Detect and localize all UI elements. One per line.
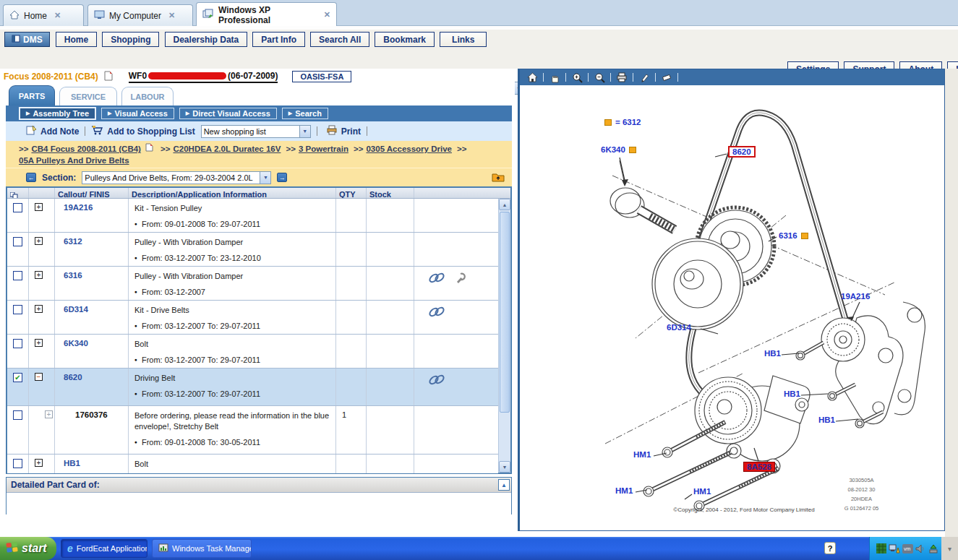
diagram-callout[interactable]: 8A528	[743, 462, 775, 472]
diagram-callout[interactable]: 19A216	[841, 292, 870, 301]
vmware-icon[interactable]: vm	[902, 543, 913, 554]
section-select[interactable]: Pulleys And Drive Belts, From: 29-03-200…	[82, 171, 271, 184]
assembly-tree-button[interactable]: Assembly Tree	[19, 107, 96, 120]
visual-access-button[interactable]: Visual Access	[101, 108, 174, 119]
expand-toggle-icon[interactable]	[35, 305, 43, 313]
expand-toggle-icon[interactable]	[35, 237, 43, 245]
part-number-link[interactable]: HB1	[55, 459, 80, 468]
collapse-panel-icon[interactable]: ▲	[498, 479, 510, 491]
shopping-list-select[interactable]: New shopping list▼	[201, 125, 311, 138]
header-qty[interactable]: QTY	[336, 188, 367, 198]
breadcrumb-powertrain[interactable]: 3 Powertrain	[299, 145, 348, 153]
usb-eject-icon[interactable]	[928, 543, 939, 554]
start-button[interactable]: start	[0, 537, 56, 560]
pencil-icon[interactable]	[638, 72, 651, 83]
document-icon[interactable]	[145, 145, 153, 153]
diagram-callout[interactable]: HB1	[784, 389, 800, 398]
eraser-icon[interactable]	[660, 72, 673, 83]
diagram-canvas[interactable]: = 63126K3408620631619A2166D314HB1HB1HB1H…	[520, 85, 944, 530]
tab-close-icon[interactable]: ✕	[168, 11, 175, 20]
nav-part-info-button[interactable]: Part Info	[252, 32, 305, 47]
diagram-callout[interactable]: HM1	[615, 486, 633, 495]
direct-visual-access-button[interactable]: Direct Visual Access	[179, 108, 277, 119]
tab-my-computer[interactable]: My Computer ✕	[87, 4, 193, 26]
collapse-toggle-icon[interactable]	[35, 373, 43, 381]
row-checkbox[interactable]	[13, 339, 22, 348]
print-icon[interactable]	[615, 72, 628, 83]
expand-toggle-icon[interactable]	[35, 203, 43, 211]
link-icon[interactable]	[427, 374, 446, 387]
breadcrumb-vehicle[interactable]: CB4 Focus 2008-2011 (CB4)	[31, 145, 140, 153]
help-balloon-icon[interactable]: ?	[824, 542, 836, 554]
tab-home[interactable]: Home ✕	[3, 4, 84, 26]
vin-link[interactable]: WF0 (06-07-2009)	[129, 71, 278, 83]
link-icon[interactable]	[427, 272, 446, 285]
breadcrumb-engine[interactable]: C20HDEA 2.0L Duratec 16V	[173, 145, 281, 153]
diagram-callout[interactable]: HM1	[633, 450, 651, 459]
part-number-link[interactable]: 6312	[55, 237, 82, 246]
scroll-chevron-icon[interactable]: ▾	[941, 537, 958, 560]
next-section-button[interactable]: →	[277, 173, 287, 182]
part-number-link[interactable]: 6D314	[55, 305, 88, 314]
breadcrumb-accessory-drive[interactable]: 0305 Accessory Drive	[366, 145, 452, 153]
tab-close-icon[interactable]: ✕	[54, 11, 61, 20]
tab-close-icon[interactable]: ✕	[324, 10, 330, 20]
link-icon[interactable]	[427, 306, 446, 319]
row-checkbox[interactable]	[13, 459, 22, 468]
scroll-up-icon[interactable]: ▲	[499, 199, 510, 210]
grid-icon[interactable]	[876, 543, 887, 554]
diagram-callout[interactable]: 6K340	[601, 145, 636, 154]
taskbar-task-manager-button[interactable]: Windows Task Manager	[152, 539, 252, 558]
diagram-callout[interactable]: 8620	[728, 146, 756, 158]
taskbar-fordecat-button[interactable]: e FordEcat Application ...	[61, 539, 147, 558]
table-scrollbar[interactable]: ▲ ▼	[498, 199, 510, 473]
header-stock[interactable]: Stock	[367, 188, 414, 198]
row-checkbox[interactable]	[13, 271, 22, 280]
expand-toggle-icon[interactable]	[35, 339, 43, 347]
part-number-link[interactable]: 1760376	[55, 410, 108, 419]
row-checkbox[interactable]	[13, 373, 22, 382]
document-icon[interactable]	[104, 71, 113, 82]
diagram-callout[interactable]: HM1	[693, 487, 711, 496]
oasis-fsa-button[interactable]: OASIS-FSA	[292, 71, 351, 82]
row-checkbox[interactable]	[13, 305, 22, 314]
nav-search-all-button[interactable]: Search All	[310, 32, 369, 47]
zoom-in-icon[interactable]	[570, 72, 583, 83]
network-warning-icon[interactable]	[889, 543, 900, 554]
expand-toggle-icon[interactable]	[45, 410, 53, 418]
pan-hand-icon[interactable]	[548, 72, 561, 83]
header-callout[interactable]: Callout/ FINIS	[55, 188, 129, 198]
diagram-callout[interactable]: HB1	[764, 349, 781, 358]
part-number-link[interactable]: 8620	[55, 373, 82, 382]
breadcrumb-pulleys[interactable]: 05A Pulleys And Drive Belts	[19, 156, 129, 165]
nav-shopping-button[interactable]: Shopping	[102, 32, 159, 47]
tab-parts[interactable]: PARTS	[9, 85, 55, 105]
expand-toggle-icon[interactable]	[35, 271, 43, 279]
folder-up-icon[interactable]	[492, 172, 505, 184]
home-icon[interactable]	[526, 72, 539, 83]
tab-service[interactable]: SERVICE	[59, 87, 117, 105]
scroll-down-icon[interactable]: ▼	[499, 461, 510, 473]
volume-icon[interactable]	[915, 543, 926, 554]
part-number-link[interactable]: 6K340	[55, 339, 88, 348]
nav-links-button[interactable]: Links	[440, 32, 487, 47]
diagram-callout[interactable]: = 6312	[604, 118, 641, 126]
nav-bookmark-button[interactable]: Bookmark	[375, 32, 435, 47]
print-button[interactable]: Print	[326, 125, 361, 137]
diagram-callout[interactable]: 6316	[779, 231, 808, 240]
scrollbar-thumb[interactable]	[500, 212, 510, 413]
tab-labour[interactable]: LABOUR	[121, 87, 174, 105]
diagram-callout[interactable]: HB1	[818, 415, 835, 424]
prev-section-button[interactable]: ←	[26, 173, 36, 182]
header-select-col[interactable]	[7, 188, 29, 198]
search-button[interactable]: Search	[282, 108, 328, 119]
nav-dealership-data-button[interactable]: Dealership Data	[165, 32, 248, 47]
row-checkbox[interactable]	[13, 203, 22, 212]
tab-windows-xp[interactable]: Windows XP Professional ✕	[196, 2, 337, 27]
expand-toggle-icon[interactable]	[35, 459, 43, 467]
add-note-button[interactable]: Add Note	[26, 125, 79, 137]
diagram-callout[interactable]: 6D314	[667, 323, 691, 332]
page-scrollbar-track[interactable]	[945, 69, 958, 537]
part-number-link[interactable]: 6316	[55, 271, 82, 280]
row-checkbox[interactable]	[13, 237, 22, 246]
